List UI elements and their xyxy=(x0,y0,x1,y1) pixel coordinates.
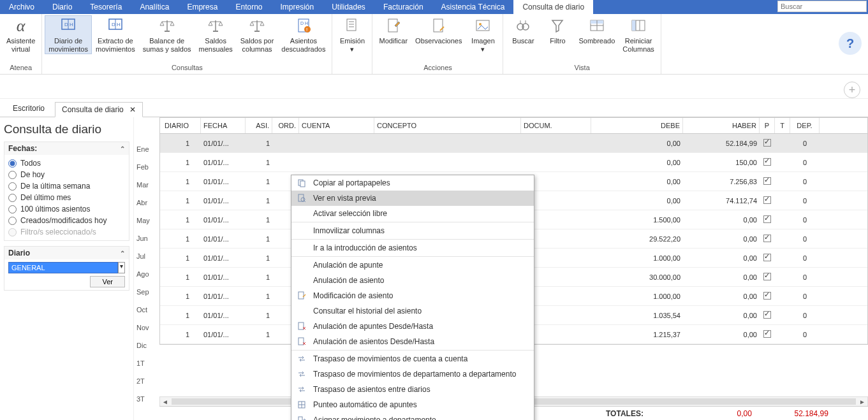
col-haber[interactable]: HABER xyxy=(683,118,760,133)
dropdown-icon[interactable]: ▾ xyxy=(118,262,125,273)
ctx-traspaso-de-movimientos-de-cue[interactable]: Traspaso de movimientos de cuenta a cuen… xyxy=(291,351,534,366)
help-icon[interactable]: ? xyxy=(839,32,862,55)
checkbox-icon[interactable] xyxy=(763,330,771,338)
ribbon-scale[interactable]: Balance desumas y saldos xyxy=(139,15,195,54)
col-concepto[interactable]: CONCEPTO xyxy=(374,118,521,133)
col-diario[interactable]: DIARIO xyxy=(160,118,201,133)
checkbox-icon[interactable] xyxy=(763,273,771,280)
ribbon-doc-pen[interactable]: Observaciones xyxy=(411,15,466,54)
month-Mar[interactable]: Mar xyxy=(134,176,159,194)
col-asi[interactable]: ASI. xyxy=(246,118,272,133)
ctx-anulaci-n-de-asientos-desde-ha[interactable]: Anulación de asientos Desde/Hasta xyxy=(291,334,534,349)
radio-fecha-1[interactable]: De hoy xyxy=(8,169,125,180)
col-cuenta[interactable]: CUENTA xyxy=(299,118,374,133)
menu-analitica[interactable]: Analítica xyxy=(131,0,178,14)
col-ord[interactable]: ORD. xyxy=(272,118,299,133)
month-May[interactable]: May xyxy=(134,212,159,229)
menu-impresion[interactable]: Impresión xyxy=(271,0,323,14)
ribbon-funnel[interactable]: Filtro xyxy=(540,15,575,54)
month-Abr[interactable]: Abr xyxy=(134,194,159,212)
radio-input[interactable] xyxy=(8,171,17,179)
ribbon-alpha[interactable]: αAsistentevirtual xyxy=(3,15,39,54)
ribbon-image[interactable]: Imagen▾ xyxy=(466,15,500,54)
ctx-asignar-movimiento-a-departame[interactable]: Asignar movimiento a departamento xyxy=(291,412,534,420)
month-Feb[interactable]: Feb xyxy=(134,158,159,176)
checkbox-icon[interactable] xyxy=(763,139,771,147)
ctx-inmovilizar-columnas[interactable]: Inmovilizar columnas xyxy=(291,223,534,238)
radio-fecha-5[interactable]: Creados/modificados hoy xyxy=(8,215,125,226)
menu-facturacion[interactable]: Facturación xyxy=(374,0,432,14)
add-button[interactable]: + xyxy=(844,82,860,98)
ctx-copiar-al-portapapeles[interactable]: Copiar al portapapeles xyxy=(291,175,534,191)
col-fecha[interactable]: FECHA xyxy=(201,118,246,133)
ribbon-doc-edit[interactable]: Modificar xyxy=(375,15,411,54)
ctx-consultar-el-historial-del-asi[interactable]: Consultar el historial del asiento xyxy=(291,303,534,319)
month-Ene[interactable]: Ene xyxy=(134,140,159,158)
radio-fecha-3[interactable]: Del último mes xyxy=(8,192,125,203)
ribbon-doc-dh2[interactable]: D HExtracto demovimientos xyxy=(92,15,139,54)
close-icon[interactable]: ✕ xyxy=(129,105,136,114)
month-Sep[interactable]: Sep xyxy=(134,283,159,301)
col-dep[interactable]: DEP. xyxy=(790,118,820,133)
month-2T[interactable]: 2T xyxy=(134,372,159,390)
menu-archivo[interactable]: Archivo xyxy=(0,0,43,14)
checkbox-icon[interactable] xyxy=(763,292,771,300)
diario-select[interactable] xyxy=(8,262,118,273)
ribbon-grid-shade[interactable]: Sombreado xyxy=(575,15,619,54)
tab-escritorio[interactable]: Escritorio xyxy=(6,101,51,117)
menu-diario[interactable]: Diario xyxy=(43,0,81,14)
col-t[interactable]: T xyxy=(775,118,790,133)
tab-consulta-diario[interactable]: Consulta de diario ✕ xyxy=(55,102,143,117)
radio-input[interactable] xyxy=(8,159,17,168)
checkbox-icon[interactable] xyxy=(763,235,771,242)
ribbon-scale-cols[interactable]: Saldos porcolumnas xyxy=(237,15,278,54)
collapse-icon[interactable]: ⌃ xyxy=(120,250,125,257)
radio-input[interactable] xyxy=(8,217,17,225)
ctx-traspaso-de-asientos-entre-dia[interactable]: Traspaso de asientos entre diarios xyxy=(291,382,534,397)
col-docum[interactable]: DOCUM. xyxy=(521,118,591,133)
table-row[interactable]: 101/01/...10,00150,000 xyxy=(160,153,867,172)
checkbox-icon[interactable] xyxy=(763,177,771,185)
ctx-traspaso-de-movimientos-de-dep[interactable]: Traspaso de movimientos de departamento … xyxy=(291,366,534,382)
checkbox-icon[interactable] xyxy=(763,254,771,261)
menu-entorno[interactable]: Entorno xyxy=(226,0,271,14)
col-debe[interactable]: DEBE xyxy=(591,118,683,133)
ver-button[interactable]: Ver xyxy=(90,276,125,287)
month-Dic[interactable]: Dic xyxy=(134,337,159,354)
radio-input[interactable] xyxy=(8,194,17,202)
search-input[interactable] xyxy=(777,1,867,12)
radio-input[interactable] xyxy=(8,182,17,191)
ctx-activar-selecci-n-libre[interactable]: Activar selección libre xyxy=(291,206,534,221)
month-Nov[interactable]: Nov xyxy=(134,319,159,337)
radio-fecha-2[interactable]: De la última semana xyxy=(8,180,125,192)
menu-tesoreria[interactable]: Tesorería xyxy=(81,0,131,14)
menu-empresa[interactable]: Empresa xyxy=(178,0,226,14)
col-p[interactable]: P xyxy=(760,118,775,133)
radio-input[interactable] xyxy=(8,205,17,214)
ctx-ir-a-la-introducci-n-de-asient[interactable]: Ir a la introducción de asientos xyxy=(291,240,534,256)
checkbox-icon[interactable] xyxy=(763,215,771,223)
radio-fecha-0[interactable]: Todos xyxy=(8,157,125,169)
ribbon-doc-dh[interactable]: D HDiario demovimientos xyxy=(45,15,92,54)
month-1T[interactable]: 1T xyxy=(134,354,159,372)
menu-asistencia[interactable]: Asistencia Técnica xyxy=(432,0,514,14)
month-Ago[interactable]: Ago xyxy=(134,265,159,283)
ctx-punteo-autom-tico-de-apuntes[interactable]: Punteo automático de apuntes xyxy=(291,397,534,412)
menu-utilidades[interactable]: Utilidades xyxy=(323,0,374,14)
scroll-right-icon[interactable]: ► xyxy=(857,398,867,405)
scroll-left-icon[interactable]: ◄ xyxy=(160,398,170,405)
radio-fecha-4[interactable]: 100 últimos asientos xyxy=(8,203,125,215)
month-Jun[interactable]: Jun xyxy=(134,229,159,247)
menu-consulta-diario[interactable]: Consulta de diario xyxy=(513,0,593,14)
ribbon-doc-warn[interactable]: D H!Asientosdescuadrados xyxy=(277,15,329,54)
ctx-modificaci-n-de-asiento[interactable]: Modificación de asiento xyxy=(291,288,534,303)
ctx-anulaci-n-de-apuntes-desde-has[interactable]: Anulación de apuntes Desde/Hasta xyxy=(291,319,534,334)
ctx-anulaci-n-de-apunte[interactable]: Anulación de apunte xyxy=(291,257,534,273)
month-Jul[interactable]: Jul xyxy=(134,247,159,265)
ribbon-doc-send[interactable]: Emisión▾ xyxy=(335,15,369,54)
checkbox-icon[interactable] xyxy=(763,158,771,166)
ribbon-binoc[interactable]: Buscar xyxy=(506,15,540,54)
table-row[interactable]: 101/01/...10,0052.184,990 xyxy=(160,134,867,153)
month-Oct[interactable]: Oct xyxy=(134,301,159,319)
month-3T[interactable]: 3T xyxy=(134,390,159,408)
